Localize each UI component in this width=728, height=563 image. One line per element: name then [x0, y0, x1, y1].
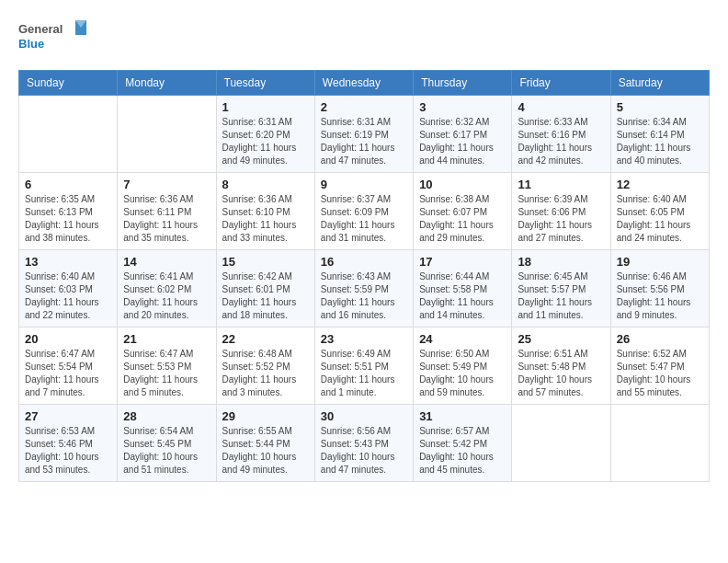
day-number: 1	[222, 100, 309, 114]
calendar-cell: 11Sunrise: 6:39 AM Sunset: 6:06 PM Dayli…	[512, 173, 610, 250]
day-number: 3	[419, 100, 506, 114]
day-number: 13	[25, 255, 111, 269]
column-header-thursday: Thursday	[414, 71, 512, 96]
day-number: 11	[518, 178, 604, 191]
calendar-week-row: 27Sunrise: 6:53 AM Sunset: 5:46 PM Dayli…	[19, 405, 710, 482]
calendar-cell: 10Sunrise: 6:38 AM Sunset: 6:07 PM Dayli…	[414, 173, 512, 250]
calendar-cell: 31Sunrise: 6:57 AM Sunset: 5:42 PM Dayli…	[414, 405, 512, 482]
calendar-cell	[512, 405, 610, 482]
day-number: 23	[321, 332, 407, 346]
day-info: Sunrise: 6:36 AM Sunset: 6:10 PM Dayligh…	[222, 193, 309, 245]
calendar-cell: 6Sunrise: 6:35 AM Sunset: 6:13 PM Daylig…	[19, 173, 118, 250]
calendar-cell: 17Sunrise: 6:44 AM Sunset: 5:58 PM Dayli…	[414, 250, 512, 327]
calendar-cell: 16Sunrise: 6:43 AM Sunset: 5:59 PM Dayli…	[314, 250, 413, 327]
day-number: 22	[222, 332, 309, 346]
calendar-week-row: 13Sunrise: 6:40 AM Sunset: 6:03 PM Dayli…	[19, 250, 710, 327]
day-number: 29	[222, 409, 309, 423]
calendar-cell: 14Sunrise: 6:41 AM Sunset: 6:02 PM Dayli…	[118, 250, 216, 327]
day-number: 18	[518, 255, 604, 269]
day-info: Sunrise: 6:57 AM Sunset: 5:42 PM Dayligh…	[419, 425, 506, 477]
calendar-cell: 5Sunrise: 6:34 AM Sunset: 6:14 PM Daylig…	[610, 96, 709, 173]
calendar-cell: 8Sunrise: 6:36 AM Sunset: 6:10 PM Daylig…	[216, 173, 314, 250]
day-number: 25	[518, 332, 604, 346]
day-info: Sunrise: 6:44 AM Sunset: 5:58 PM Dayligh…	[419, 270, 506, 322]
day-info: Sunrise: 6:48 AM Sunset: 5:52 PM Dayligh…	[222, 348, 309, 399]
logo: General Blue	[18, 18, 92, 55]
day-info: Sunrise: 6:42 AM Sunset: 6:01 PM Dayligh…	[222, 270, 309, 322]
logo-svg: General Blue	[18, 18, 92, 55]
day-info: Sunrise: 6:41 AM Sunset: 6:02 PM Dayligh…	[123, 270, 210, 322]
column-header-friday: Friday	[512, 71, 610, 96]
calendar-header-row: SundayMondayTuesdayWednesdayThursdayFrid…	[19, 71, 710, 96]
day-info: Sunrise: 6:34 AM Sunset: 6:14 PM Dayligh…	[617, 116, 703, 167]
day-info: Sunrise: 6:43 AM Sunset: 5:59 PM Dayligh…	[321, 270, 407, 322]
calendar-cell: 20Sunrise: 6:47 AM Sunset: 5:54 PM Dayli…	[19, 327, 118, 405]
calendar-week-row: 6Sunrise: 6:35 AM Sunset: 6:13 PM Daylig…	[19, 173, 710, 250]
calendar-cell: 24Sunrise: 6:50 AM Sunset: 5:49 PM Dayli…	[414, 327, 512, 405]
day-info: Sunrise: 6:55 AM Sunset: 5:44 PM Dayligh…	[222, 425, 309, 477]
calendar-cell	[19, 96, 118, 173]
day-info: Sunrise: 6:53 AM Sunset: 5:46 PM Dayligh…	[25, 425, 111, 477]
day-info: Sunrise: 6:35 AM Sunset: 6:13 PM Dayligh…	[25, 193, 111, 245]
day-info: Sunrise: 6:52 AM Sunset: 5:47 PM Dayligh…	[617, 348, 703, 399]
day-info: Sunrise: 6:49 AM Sunset: 5:51 PM Dayligh…	[321, 348, 407, 399]
day-number: 21	[123, 332, 210, 346]
day-number: 5	[617, 100, 703, 114]
calendar-cell	[118, 96, 216, 173]
calendar-cell: 12Sunrise: 6:40 AM Sunset: 6:05 PM Dayli…	[610, 173, 709, 250]
calendar-cell: 21Sunrise: 6:47 AM Sunset: 5:53 PM Dayli…	[118, 327, 216, 405]
calendar-cell: 28Sunrise: 6:54 AM Sunset: 5:45 PM Dayli…	[118, 405, 216, 482]
column-header-monday: Monday	[118, 71, 216, 96]
day-info: Sunrise: 6:50 AM Sunset: 5:49 PM Dayligh…	[419, 348, 506, 399]
day-info: Sunrise: 6:54 AM Sunset: 5:45 PM Dayligh…	[123, 425, 210, 477]
calendar-cell: 26Sunrise: 6:52 AM Sunset: 5:47 PM Dayli…	[610, 327, 709, 405]
day-number: 8	[222, 178, 309, 191]
day-number: 2	[321, 100, 407, 114]
day-info: Sunrise: 6:36 AM Sunset: 6:11 PM Dayligh…	[123, 193, 210, 245]
page-header: General Blue	[18, 18, 710, 55]
column-header-sunday: Sunday	[19, 71, 118, 96]
calendar-cell: 2Sunrise: 6:31 AM Sunset: 6:19 PM Daylig…	[314, 96, 413, 173]
day-info: Sunrise: 6:46 AM Sunset: 5:56 PM Dayligh…	[617, 270, 703, 322]
day-number: 14	[123, 255, 210, 269]
day-number: 7	[123, 178, 210, 191]
calendar-week-row: 1Sunrise: 6:31 AM Sunset: 6:20 PM Daylig…	[19, 96, 710, 173]
day-number: 9	[321, 178, 407, 191]
day-number: 28	[123, 409, 210, 423]
calendar-week-row: 20Sunrise: 6:47 AM Sunset: 5:54 PM Dayli…	[19, 327, 710, 405]
day-number: 20	[25, 332, 111, 346]
column-header-saturday: Saturday	[610, 71, 709, 96]
day-info: Sunrise: 6:47 AM Sunset: 5:54 PM Dayligh…	[25, 348, 111, 399]
day-info: Sunrise: 6:31 AM Sunset: 6:20 PM Dayligh…	[222, 116, 309, 167]
calendar-cell: 4Sunrise: 6:33 AM Sunset: 6:16 PM Daylig…	[512, 96, 610, 173]
day-number: 12	[617, 178, 703, 191]
day-number: 10	[419, 178, 506, 191]
day-number: 16	[321, 255, 407, 269]
calendar-cell: 13Sunrise: 6:40 AM Sunset: 6:03 PM Dayli…	[19, 250, 118, 327]
calendar-cell: 15Sunrise: 6:42 AM Sunset: 6:01 PM Dayli…	[216, 250, 314, 327]
day-info: Sunrise: 6:51 AM Sunset: 5:48 PM Dayligh…	[518, 348, 604, 399]
calendar-cell: 29Sunrise: 6:55 AM Sunset: 5:44 PM Dayli…	[216, 405, 314, 482]
day-info: Sunrise: 6:40 AM Sunset: 6:05 PM Dayligh…	[617, 193, 703, 245]
calendar-cell: 23Sunrise: 6:49 AM Sunset: 5:51 PM Dayli…	[314, 327, 413, 405]
day-number: 4	[518, 100, 604, 114]
calendar-cell: 27Sunrise: 6:53 AM Sunset: 5:46 PM Dayli…	[19, 405, 118, 482]
day-info: Sunrise: 6:32 AM Sunset: 6:17 PM Dayligh…	[419, 116, 506, 167]
day-number: 26	[617, 332, 703, 346]
day-info: Sunrise: 6:38 AM Sunset: 6:07 PM Dayligh…	[419, 193, 506, 245]
day-info: Sunrise: 6:33 AM Sunset: 6:16 PM Dayligh…	[518, 116, 604, 167]
day-number: 27	[25, 409, 111, 423]
calendar-cell: 1Sunrise: 6:31 AM Sunset: 6:20 PM Daylig…	[216, 96, 314, 173]
calendar-cell: 18Sunrise: 6:45 AM Sunset: 5:57 PM Dayli…	[512, 250, 610, 327]
day-number: 17	[419, 255, 506, 269]
day-info: Sunrise: 6:31 AM Sunset: 6:19 PM Dayligh…	[321, 116, 407, 167]
day-info: Sunrise: 6:47 AM Sunset: 5:53 PM Dayligh…	[123, 348, 210, 399]
column-header-tuesday: Tuesday	[216, 71, 314, 96]
calendar-cell: 30Sunrise: 6:56 AM Sunset: 5:43 PM Dayli…	[314, 405, 413, 482]
calendar-table: SundayMondayTuesdayWednesdayThursdayFrid…	[18, 70, 710, 482]
calendar-cell: 19Sunrise: 6:46 AM Sunset: 5:56 PM Dayli…	[610, 250, 709, 327]
day-info: Sunrise: 6:56 AM Sunset: 5:43 PM Dayligh…	[321, 425, 407, 477]
day-number: 31	[419, 409, 506, 423]
calendar-cell	[610, 405, 709, 482]
column-header-wednesday: Wednesday	[314, 71, 413, 96]
